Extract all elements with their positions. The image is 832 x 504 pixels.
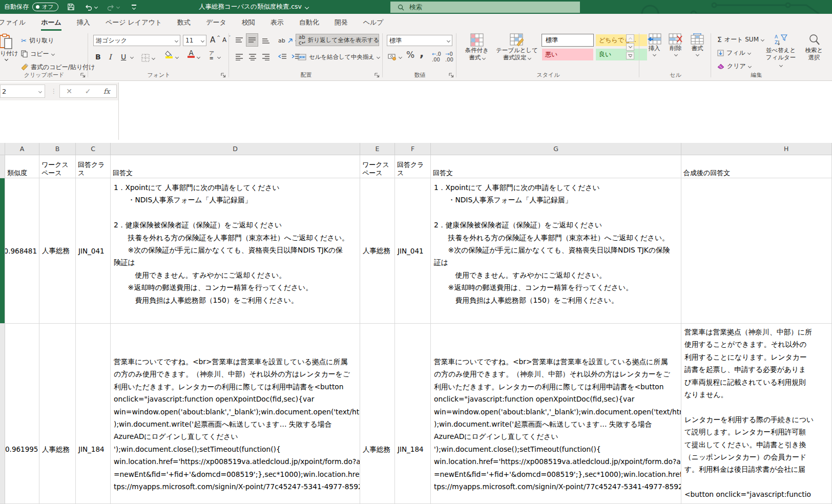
bold-button[interactable]: B <box>94 51 102 63</box>
cell-d3[interactable]: 営業車についてですね。<br>営業車は営業車を設置している拠点に所属 の方のみ使… <box>111 324 360 504</box>
delete-cells-button[interactable]: 削除 <box>665 33 686 56</box>
borders-button[interactable] <box>140 52 156 64</box>
fill-color-button[interactable] <box>163 51 175 63</box>
autosave-toggle[interactable]: 自動保存 オフ <box>4 0 58 14</box>
cell-a2[interactable]: 0.968481 <box>5 178 39 324</box>
cell-e2[interactable]: 人事総務 <box>360 178 395 324</box>
cell-c1[interactable]: 回答クラス <box>76 155 111 178</box>
tab-file[interactable]: ファイル <box>0 14 33 31</box>
underline-button[interactable]: U <box>119 51 128 63</box>
align-center-button[interactable] <box>247 51 258 63</box>
style-normal[interactable]: 標準 <box>542 34 593 46</box>
quick-access-customize-button[interactable] <box>127 0 140 14</box>
cell-d2[interactable]: 1．Xpointにて 人事部門に次の申請をしてください ・NDIS人事系フォーム… <box>111 178 360 324</box>
fill-color-dropdown[interactable] <box>175 55 179 59</box>
col-header-c[interactable]: C <box>76 143 111 155</box>
top-align-button[interactable] <box>234 34 245 47</box>
cell-g1[interactable]: 回答文 <box>431 155 681 178</box>
merge-center-button[interactable]: セルを結合して中央揃え <box>298 51 380 63</box>
row-header-2-selected[interactable] <box>0 178 5 324</box>
percent-style-button[interactable]: % <box>405 49 416 61</box>
enter-icon[interactable]: ✓ <box>85 87 91 95</box>
cancel-icon[interactable]: ✕ <box>66 87 72 95</box>
phonetic-dropdown[interactable] <box>217 55 221 59</box>
cell-d1[interactable]: 回答文 <box>111 155 360 178</box>
wrap-text-button[interactable]: abc↵ 折り返して全体を表示する <box>296 34 379 46</box>
cell-f3[interactable]: JIN_184 <box>395 324 431 504</box>
conditional-formatting-button[interactable]: 条件付き書式 <box>461 33 493 61</box>
col-header-h[interactable]: H <box>681 143 832 155</box>
row-header-3[interactable] <box>0 324 5 504</box>
clipboard-dialog-launcher[interactable] <box>79 72 86 78</box>
cell-b3[interactable]: 人事総務 <box>39 324 76 504</box>
cell-e3[interactable]: 人事総務 <box>360 324 395 504</box>
underline-dropdown[interactable] <box>130 55 134 59</box>
autosum-button[interactable]: Σ オート SUM <box>716 33 765 46</box>
format-cells-button[interactable]: 書式 <box>687 33 708 56</box>
tab-review[interactable]: 校閲 <box>234 14 263 31</box>
name-box-dropdown[interactable] <box>38 89 42 93</box>
tab-data[interactable]: データ <box>198 14 234 31</box>
cell-a1[interactable]: 類似度 <box>5 155 39 178</box>
undo-button[interactable] <box>82 0 99 14</box>
col-header-e[interactable]: E <box>360 143 395 155</box>
cell-h3[interactable]: 営業車は営業拠点（神奈川、中部）に所 使用することができます。それ以外の 利用す… <box>681 324 832 504</box>
cell-b2[interactable]: 人事総務 <box>39 178 76 324</box>
cell-g2[interactable]: 1．Xpointにて 人事部門に次の申請をしてください ・NDIS人事系フォーム… <box>431 178 681 324</box>
select-all-corner[interactable] <box>0 143 5 155</box>
formula-input[interactable] <box>119 82 832 140</box>
italic-button[interactable]: I <box>107 51 113 63</box>
font-name-combo[interactable]: 游ゴシック <box>93 35 180 46</box>
col-header-b[interactable]: B <box>39 143 76 155</box>
cell-c3[interactable]: JIN_184 <box>76 324 111 504</box>
insert-cells-button[interactable]: 挿入 <box>644 33 664 56</box>
cell-f1[interactable]: 回答クラス <box>395 155 431 178</box>
name-box[interactable]: 2 <box>0 85 45 98</box>
save-button[interactable] <box>64 0 77 14</box>
increase-decimal-button[interactable]: ←.0.00 <box>430 51 443 63</box>
style-good[interactable]: 良い <box>596 49 647 60</box>
phonetic-guide-button[interactable]: ア≡ <box>207 51 216 63</box>
align-right-button[interactable] <box>260 51 272 63</box>
cell-e1[interactable]: ワークスペース <box>360 155 395 178</box>
col-header-g[interactable]: G <box>431 143 681 155</box>
cell-a3[interactable]: 0.961995 <box>5 324 39 504</box>
accounting-format-button[interactable] <box>386 51 403 63</box>
col-header-a[interactable]: A <box>5 143 39 155</box>
cut-button[interactable]: ✂ 切り取り <box>19 34 55 47</box>
comma-style-button[interactable]: , <box>418 47 425 59</box>
cell-h1[interactable]: 合成後の回答文 <box>681 155 832 178</box>
number-format-combo[interactable]: 標準 <box>387 35 452 46</box>
cell-h2[interactable] <box>681 178 832 324</box>
tab-automate[interactable]: 自動化 <box>292 14 327 31</box>
font-size-combo[interactable]: 11 <box>183 35 206 46</box>
insert-function-icon[interactable]: fx <box>103 87 110 95</box>
tab-formulas[interactable]: 数式 <box>170 14 198 31</box>
redo-button[interactable] <box>104 0 121 14</box>
middle-align-button[interactable] <box>246 33 258 47</box>
font-dialog-launcher[interactable] <box>220 72 226 78</box>
decrease-decimal-button[interactable]: →0.00 <box>444 51 455 63</box>
tab-insert[interactable]: 挿入 <box>69 14 98 31</box>
tab-view[interactable]: 表示 <box>263 14 292 31</box>
tab-help[interactable]: ヘルプ <box>356 14 391 31</box>
paste-button[interactable]: 貼り付け <box>0 33 20 60</box>
font-color-button[interactable]: A <box>186 50 196 62</box>
cell-c2[interactable]: JIN_041 <box>76 178 111 324</box>
tab-developer[interactable]: 開発 <box>327 14 356 31</box>
document-title[interactable]: 人事総務コーパスの類似度検査.csv <box>199 0 308 14</box>
styles-gallery-up-button[interactable] <box>626 34 634 42</box>
col-header-d[interactable]: D <box>111 143 360 155</box>
grow-font-button[interactable]: A^ <box>209 34 222 46</box>
find-select-button[interactable]: 検索と選択 <box>800 33 828 61</box>
clear-button[interactable]: クリア <box>716 60 753 72</box>
styles-gallery-down-button[interactable] <box>626 43 634 51</box>
font-color-dropdown[interactable] <box>197 55 200 59</box>
row-header-1[interactable] <box>0 155 5 178</box>
styles-gallery-more-button[interactable] <box>626 52 634 59</box>
decrease-indent-button[interactable] <box>277 51 288 63</box>
fill-button[interactable]: フィル <box>716 47 752 59</box>
cell-f2[interactable]: JIN_041 <box>395 178 431 324</box>
style-neutral[interactable]: どちらでも... <box>596 34 647 46</box>
number-dialog-launcher[interactable] <box>448 72 454 78</box>
